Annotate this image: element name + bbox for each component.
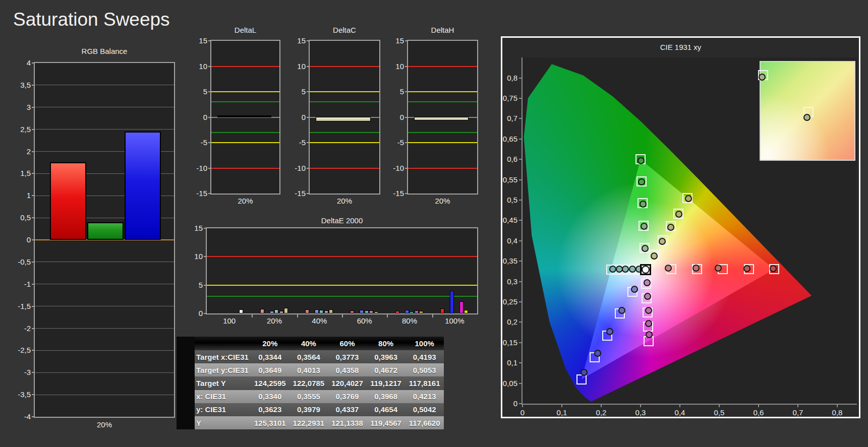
limit-line [310, 168, 379, 169]
table-row-swatch-cell [177, 416, 195, 429]
grid-line [35, 306, 174, 306]
cie-y-tick-label: 0,05 [497, 379, 517, 388]
y-tick-mark [32, 195, 35, 196]
y-tick-mark [32, 85, 35, 86]
cie-measured-dot-blue [631, 286, 638, 293]
table-row-label: Target Y [195, 376, 251, 390]
table-cell: 124,2595 [251, 376, 290, 390]
rgb-bar-green [87, 222, 124, 240]
delta-e-bar [279, 311, 283, 313]
delta-e-bar [464, 310, 468, 313]
cie-measured-dot-red [665, 265, 672, 272]
y-tick-mark [32, 107, 35, 108]
group-label: 80% [389, 316, 430, 325]
cie-x-tick-mark [797, 405, 798, 407]
rgb-bar-blue [125, 132, 161, 240]
cie-x-tick-label: 0,6 [748, 408, 769, 417]
cie-x-tick-label: 0 [512, 408, 533, 417]
delta-e-bar [405, 310, 409, 313]
grid-line [35, 262, 174, 262]
y-tick-mark [32, 306, 35, 307]
table-cell: 121,1338 [328, 416, 367, 429]
table-cell: 117,6620 [405, 416, 444, 429]
table-cell: 0,5042 [405, 403, 444, 416]
table-cell: 0,3564 [290, 350, 328, 363]
limit-line [310, 66, 379, 67]
delta-e-bar [315, 309, 319, 313]
cie-measured-dot-yellow [667, 224, 674, 231]
y-tick-mark [32, 62, 35, 63]
y-tick-label: -15 [182, 189, 207, 198]
cie-x-tick-mark [640, 405, 641, 407]
table-row: y: CIE310,36230,39790,43370,46540,5042 [177, 403, 444, 416]
y-tick-label: 15 [182, 36, 207, 45]
table-row-label: y: CIE31 [195, 403, 251, 416]
cie-y-tick-label: 0 [497, 399, 517, 408]
grid-line [35, 284, 174, 284]
cie-measured-dot-cyan [609, 266, 616, 273]
table-header-cell: 20% [251, 337, 290, 350]
cie-y-tick-label: 0,6 [497, 155, 517, 163]
y-tick-label: 0 [6, 235, 31, 244]
cie-y-tick-mark [519, 322, 522, 323]
cie-measured-dot-red [770, 265, 777, 272]
grid-line [35, 129, 174, 130]
table-row: Target y:CIE310,36490,40130,43580,46720,… [177, 363, 444, 376]
y-tick-label: -1 [6, 280, 31, 288]
y-tick-label: -5 [379, 138, 404, 147]
cie-measured-dot-green [640, 201, 647, 208]
y-tick-mark [32, 350, 35, 351]
table-row-label: Y [195, 416, 251, 429]
y-tick-label: 0 [280, 113, 306, 121]
group-tick [342, 314, 343, 317]
y-tick-mark [307, 193, 310, 194]
grid-line [35, 372, 174, 373]
delta-e-bar [440, 308, 444, 313]
cie-y-tick-mark [519, 78, 522, 79]
cie-y-tick-mark [519, 403, 522, 404]
limit-line [207, 296, 477, 297]
cie-white-measured-dot [642, 266, 650, 274]
table-row-swatch-cell [177, 403, 195, 416]
cie-y-tick-mark [519, 98, 522, 99]
y-tick-mark [32, 129, 35, 130]
table-row-label: x: CIE31 [195, 390, 251, 403]
y-tick-label: 4 [6, 58, 31, 67]
delta-e-bar [284, 308, 288, 313]
cie-y-tick-mark [519, 220, 522, 221]
cie-x-axis [522, 404, 857, 405]
group-label: 40% [299, 316, 339, 325]
y-tick-label: 10 [178, 252, 203, 261]
y-tick-label: -15 [280, 189, 306, 198]
cie-y-tick-label: 0,1 [497, 358, 517, 367]
page-title: Saturation Sweeps [13, 9, 170, 30]
y-tick-label: 10 [280, 62, 306, 71]
grid-line [35, 395, 174, 395]
y-tick-label: 5 [379, 87, 404, 96]
cie-measured-dot-red [715, 265, 722, 272]
cie-y-tick-mark [519, 179, 522, 180]
cie-y-tick-label: 0,15 [497, 338, 517, 347]
group-label: 100 [209, 316, 250, 325]
limit-line [408, 168, 477, 169]
delta-h-chart: 151050-5-10-15 [407, 40, 478, 195]
delta-h-title: DeltaH [407, 26, 478, 34]
cie-x-tick-mark [837, 405, 838, 407]
y-tick-label: -1,5 [6, 302, 31, 310]
table-row: x: CIE310,33400,35550,37690,39680,4213 [177, 390, 444, 403]
cie-y-tick-mark [519, 118, 522, 119]
cie-y-tick-label: 0,7 [497, 114, 517, 122]
inset-measured-dot [759, 74, 766, 81]
cie-measured-dot-cyan [622, 266, 629, 273]
limit-line [211, 91, 279, 92]
table-cell: 0,3769 [328, 390, 367, 403]
cie-y-tick-mark [519, 159, 522, 160]
cie-measured-dot-yellow [675, 211, 682, 218]
y-tick-label: 2 [6, 147, 31, 156]
delta-h-x-label: 20% [407, 197, 478, 205]
limit-line [211, 168, 279, 169]
y-tick-label: -4 [6, 412, 31, 421]
delta-c-title: DeltaC [309, 26, 380, 34]
y-tick-label: 3,5 [6, 81, 31, 89]
delta-e-bar [319, 310, 323, 313]
